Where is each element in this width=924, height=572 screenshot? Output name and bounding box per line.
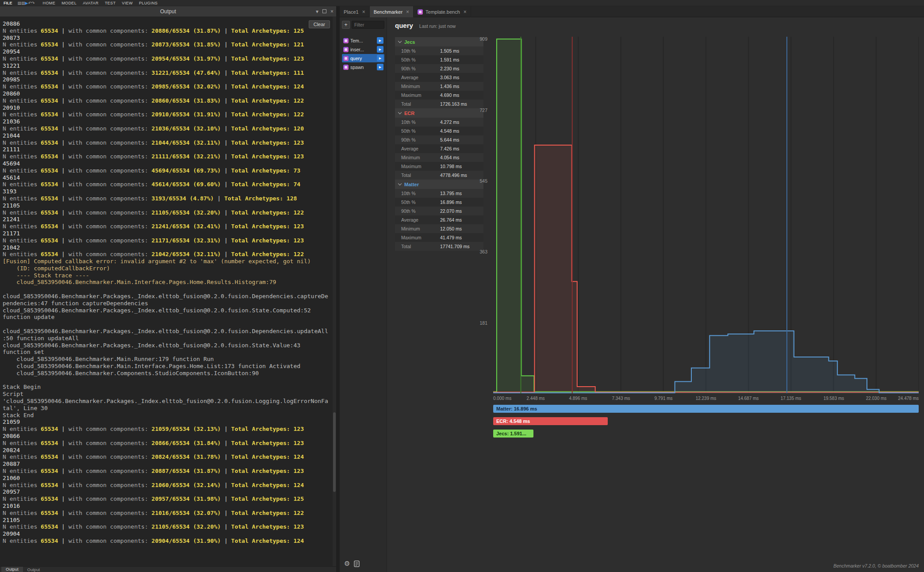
console-log[interactable]: 20886N entities 65534 | with common comp… [0,17,333,566]
app-root: FILE ▤▥▶↶↷ HOMEMODELAVATARTESTVIEWPLUGIN… [0,0,924,572]
console-line: N entities 65534 | with common component… [3,125,333,132]
console-text: Total Archetypes: 111 [231,69,304,76]
log-icon[interactable] [354,560,360,567]
console-text: Total Archetypes: 124 [231,453,304,460]
menu-tab-avatar[interactable]: AVATAR [83,1,99,5]
panel-splitter[interactable] [336,6,340,572]
output-titlebar[interactable]: Output ▾ × [0,6,336,17]
console-text: 65534 [41,537,58,544]
console-text: with common components: [69,111,152,118]
console-text: | [58,482,68,488]
console-text: N entities [3,237,41,244]
x-axis-label: 14.687 ms [738,396,759,401]
console-text: 65534 [41,41,58,48]
x-axis-label: 9.791 ms [654,396,672,401]
y-axis-label: 909 [469,36,487,42]
y-axis-label: 181 [469,320,487,326]
settings-icon[interactable]: ⚙ [344,560,350,568]
menu-tab-test[interactable]: TEST [105,1,116,5]
console-text: N entities [3,510,41,516]
menu-tab-model[interactable]: MODEL [61,1,77,5]
play-icon: ▶ [379,39,381,42]
chevron-down-icon[interactable]: ▾ [316,9,318,14]
run-benchmark-button[interactable]: ▶ [377,46,383,53]
close-icon[interactable]: × [362,9,365,15]
tab-template-bench[interactable]: Template.bench× [414,6,471,17]
add-benchmark-button[interactable]: + [342,21,350,29]
chevron-down-icon [398,182,402,185]
menu-tab-view[interactable]: VIEW [122,1,133,5]
console-line: 45614 [3,174,333,181]
tab-place1[interactable]: Place1× [340,6,370,17]
console-line: 21111 [3,146,333,153]
console-line: cloud_5853950046.Benchmarker.Main.Runner… [3,356,333,363]
console-line: N entities 65534 | with common component… [3,69,333,77]
console-text: 20860/65534 (31.83%) [152,97,221,104]
menu-file[interactable]: FILE [4,1,12,5]
document-icon[interactable]: ▤ [18,1,22,5]
bench-item-query[interactable]: query▶ [342,54,384,62]
quick-access-toolbar: ▤▥▶↶↷ [18,1,35,5]
console-line: N entities 65534 | with common component… [3,195,333,202]
console-text: with common components: [69,83,152,90]
bench-item-tem[interactable]: Tem...▶ [342,36,384,45]
console-text: 65534 [41,209,58,216]
console-text: 65534 [41,167,58,174]
save-icon[interactable]: ▥ [21,1,25,5]
run-benchmark-button[interactable]: ▶ [377,64,383,70]
console-text: with common components: [69,167,152,174]
run-benchmark-button[interactable]: ▶ [377,37,383,44]
x-axis-label: 19.583 ms [824,396,844,401]
run-benchmark-button[interactable]: ▶ [377,55,383,61]
console-text: 20954/65534 (31.97%) [152,55,221,62]
console-text: Total Archetypes: 123 [231,139,304,146]
bench-item-inser[interactable]: inser...▶ [342,45,384,54]
stats-value: 4.054 ms [440,153,459,162]
console-text: N entities [3,426,41,432]
console-text: | [221,181,231,188]
console-line: N entities 65534 | with common component… [3,482,333,489]
scrollbar[interactable] [333,17,336,566]
console-text: N entities [3,153,41,160]
console-line: cloud_5853950046.Benchmarker.Packages._I… [3,307,333,314]
undo-icon[interactable]: ↶ [28,1,31,5]
console-text: 65534 [41,468,58,474]
tab-benchmarker[interactable]: Benchmarker× [370,6,414,17]
stats-label: 50th % [401,127,416,135]
menu-tab-home[interactable]: HOME [43,1,56,5]
tab-output[interactable]: Output [1,567,23,572]
console-text: Total Archetypes: 123 [231,223,304,230]
histogram-chart [493,37,919,393]
scrollbar-thumb[interactable] [333,412,336,492]
document-tabbar: Place1×Benchmarker×Template.bench× [340,6,924,17]
console-text: | [221,83,231,90]
console-text: Total Archetypes: 122 [231,209,304,216]
console-text: N entities [3,27,41,34]
bench-item-spawn[interactable]: spawn▶ [342,63,384,71]
console-line: ---- Stack trace ---- [3,272,333,279]
console-text: with common components: [69,468,152,474]
float-window-icon[interactable] [322,9,326,14]
stats-value: 12.050 ms [440,224,462,233]
close-icon[interactable]: × [464,9,467,15]
menu-tab-plugins[interactable]: PLUGINS [139,1,157,5]
console-line: N entities 65534 | with common component… [3,55,333,62]
console-text: Total Archetypes: 123 [231,55,304,62]
console-text: | [221,237,231,244]
filter-input[interactable] [352,21,384,29]
console-line: (ID: computedCallbackError) [3,265,333,272]
stats-label: 50th % [401,55,416,64]
redo-icon[interactable]: ↷ [31,1,35,5]
console-line: N entities 65534 | with common component… [3,237,333,244]
close-icon[interactable]: × [330,9,334,14]
clear-button[interactable]: Clear [309,20,330,28]
console-text: | [58,83,68,90]
console-text: | [221,537,231,544]
console-text: | [221,482,231,488]
stats-value: 2.230 ms [440,64,459,73]
console-text: | [221,209,231,216]
stats-section-name: Matter [404,182,419,187]
stats-value: 4778.496 ms [440,171,467,180]
close-icon[interactable]: × [406,9,409,15]
stats-value: 4.548 ms [440,127,459,135]
